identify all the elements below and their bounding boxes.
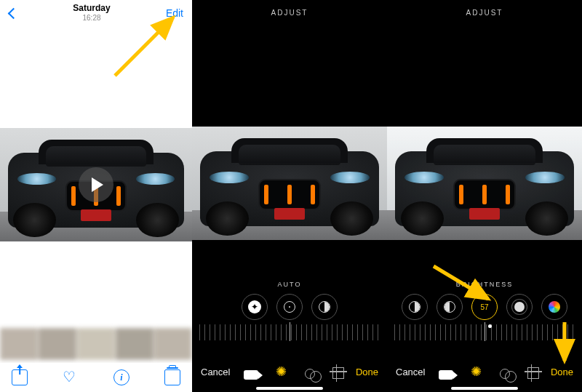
adjust-slider[interactable] (394, 324, 575, 340)
editor-preview[interactable] (387, 127, 582, 240)
dial-exposure[interactable] (276, 294, 303, 320)
photos-viewer-screen: Saturday 16:28 Edit (0, 0, 192, 392)
play-button[interactable] (79, 167, 113, 202)
exposure-icon (284, 301, 295, 313)
half-fill-icon (444, 301, 455, 313)
editor-header-label: ADJUST (271, 9, 308, 17)
filmstrip[interactable] (0, 328, 192, 360)
adjust-slider[interactable] (199, 324, 380, 340)
wand-icon (248, 300, 261, 313)
crop-mode-icon[interactable] (527, 367, 539, 379)
info-icon[interactable] (113, 369, 129, 385)
brightness-value: 57 (480, 303, 488, 311)
contrast-icon (409, 301, 420, 313)
dial-brightness[interactable]: 57 (471, 294, 498, 320)
editor-footer: Cancel Done (192, 357, 387, 386)
header-title: Saturday 16:28 (26, 4, 157, 22)
home-indicator (256, 387, 323, 390)
adjust-mode-icon[interactable] (469, 364, 484, 379)
adjust-label: BRIGHTNESS (387, 281, 582, 288)
dial-auto[interactable] (242, 294, 268, 320)
video-mode-icon[interactable] (439, 370, 453, 380)
crop-mode-icon[interactable] (332, 367, 344, 379)
editor-screen-brightness: ADJUST BRIGHTNESS 57 Cancel (387, 0, 582, 392)
rainbow-icon (549, 301, 560, 313)
dial-highlights[interactable] (436, 294, 463, 320)
adjust-dials: 57 (387, 294, 582, 320)
dial-contrast[interactable] (402, 294, 428, 320)
adjust-mode-icon[interactable] (274, 364, 289, 379)
cancel-button[interactable]: Cancel (201, 367, 230, 377)
cancel-button[interactable]: Cancel (396, 367, 425, 377)
contrast-icon (319, 301, 330, 313)
share-icon[interactable] (12, 369, 28, 385)
viewer-toolbar (0, 363, 192, 392)
viewer-header: Saturday 16:28 Edit (0, 0, 192, 26)
dial-contrast[interactable] (311, 294, 338, 320)
header-day: Saturday (26, 4, 157, 14)
header-time: 16:28 (26, 14, 157, 23)
done-button[interactable]: Done (356, 367, 378, 377)
editor-footer: Cancel Done (387, 357, 582, 386)
editor-header: ADJUST (192, 0, 387, 25)
filters-mode-icon[interactable] (305, 369, 315, 379)
editor-screen-auto: ADJUST AUTO Cancel (192, 0, 387, 392)
editor-header: ADJUST (387, 0, 582, 25)
dial-blackpoint[interactable] (506, 294, 533, 320)
done-button[interactable]: Done (551, 367, 573, 377)
filters-mode-icon[interactable] (500, 369, 510, 379)
video-mode-icon[interactable] (244, 370, 258, 380)
adjust-label: AUTO (192, 281, 387, 288)
favorite-icon[interactable] (63, 369, 79, 385)
trash-icon[interactable] (164, 369, 180, 385)
video-thumbnail[interactable] (0, 128, 192, 241)
solid-dot-icon (514, 302, 525, 312)
play-icon (92, 177, 103, 192)
edit-button[interactable]: Edit (157, 7, 192, 19)
home-indicator (451, 387, 518, 390)
editor-preview[interactable] (192, 127, 387, 240)
chevron-left-icon (7, 7, 19, 19)
dial-saturation[interactable] (541, 294, 567, 320)
adjust-dials (192, 294, 387, 320)
back-button[interactable] (0, 9, 26, 17)
editor-header-label: ADJUST (466, 9, 503, 17)
